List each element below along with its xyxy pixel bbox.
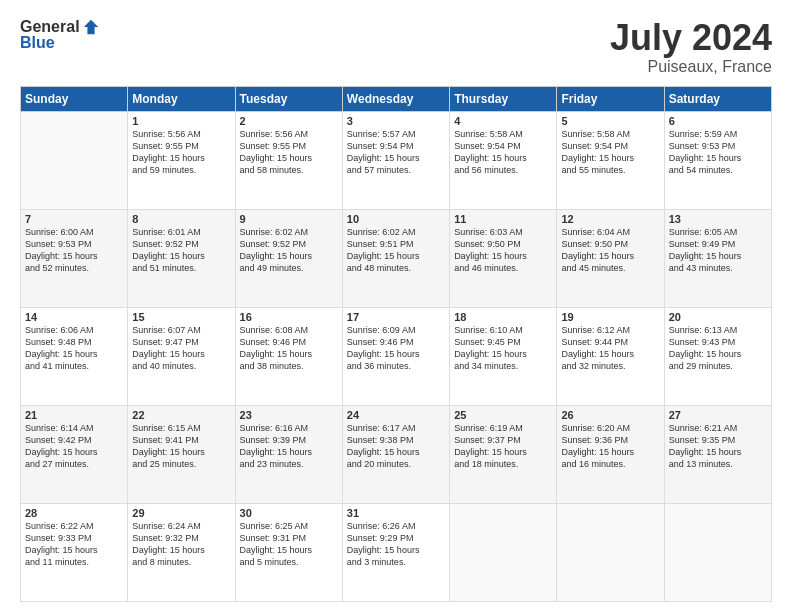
calendar-cell: 7Sunrise: 6:00 AM Sunset: 9:53 PM Daylig… [21,209,128,307]
day-number: 17 [347,311,445,323]
day-number: 14 [25,311,123,323]
day-info: Sunrise: 6:01 AM Sunset: 9:52 PM Dayligh… [132,226,230,275]
day-number: 5 [561,115,659,127]
calendar-cell: 18Sunrise: 6:10 AM Sunset: 9:45 PM Dayli… [450,307,557,405]
calendar-week-row: 7Sunrise: 6:00 AM Sunset: 9:53 PM Daylig… [21,209,772,307]
calendar-cell: 3Sunrise: 5:57 AM Sunset: 9:54 PM Daylig… [342,111,449,209]
calendar-cell: 13Sunrise: 6:05 AM Sunset: 9:49 PM Dayli… [664,209,771,307]
calendar-cell: 15Sunrise: 6:07 AM Sunset: 9:47 PM Dayli… [128,307,235,405]
calendar-cell: 20Sunrise: 6:13 AM Sunset: 9:43 PM Dayli… [664,307,771,405]
day-number: 31 [347,507,445,519]
calendar-cell: 29Sunrise: 6:24 AM Sunset: 9:32 PM Dayli… [128,503,235,601]
day-number: 10 [347,213,445,225]
calendar-cell: 25Sunrise: 6:19 AM Sunset: 9:37 PM Dayli… [450,405,557,503]
day-info: Sunrise: 6:17 AM Sunset: 9:38 PM Dayligh… [347,422,445,471]
day-info: Sunrise: 6:05 AM Sunset: 9:49 PM Dayligh… [669,226,767,275]
calendar-cell: 16Sunrise: 6:08 AM Sunset: 9:46 PM Dayli… [235,307,342,405]
day-number: 29 [132,507,230,519]
calendar-table: SundayMondayTuesdayWednesdayThursdayFrid… [20,86,772,602]
calendar-cell: 2Sunrise: 5:56 AM Sunset: 9:55 PM Daylig… [235,111,342,209]
day-number: 1 [132,115,230,127]
day-number: 19 [561,311,659,323]
day-number: 11 [454,213,552,225]
logo-icon [82,18,100,36]
calendar-cell: 23Sunrise: 6:16 AM Sunset: 9:39 PM Dayli… [235,405,342,503]
calendar-cell: 21Sunrise: 6:14 AM Sunset: 9:42 PM Dayli… [21,405,128,503]
day-number: 9 [240,213,338,225]
main-title: July 2024 [610,18,772,58]
calendar-cell [21,111,128,209]
calendar-day-header: Wednesday [342,86,449,111]
calendar-day-header: Tuesday [235,86,342,111]
day-info: Sunrise: 6:00 AM Sunset: 9:53 PM Dayligh… [25,226,123,275]
day-number: 8 [132,213,230,225]
calendar-cell: 24Sunrise: 6:17 AM Sunset: 9:38 PM Dayli… [342,405,449,503]
day-info: Sunrise: 5:58 AM Sunset: 9:54 PM Dayligh… [454,128,552,177]
calendar-cell: 17Sunrise: 6:09 AM Sunset: 9:46 PM Dayli… [342,307,449,405]
day-number: 3 [347,115,445,127]
day-info: Sunrise: 6:26 AM Sunset: 9:29 PM Dayligh… [347,520,445,569]
day-info: Sunrise: 6:08 AM Sunset: 9:46 PM Dayligh… [240,324,338,373]
calendar-cell [450,503,557,601]
page: General Blue July 2024 Puiseaux, France … [0,0,792,612]
day-number: 26 [561,409,659,421]
calendar-cell: 8Sunrise: 6:01 AM Sunset: 9:52 PM Daylig… [128,209,235,307]
day-info: Sunrise: 6:14 AM Sunset: 9:42 PM Dayligh… [25,422,123,471]
day-number: 2 [240,115,338,127]
day-number: 4 [454,115,552,127]
calendar-cell: 12Sunrise: 6:04 AM Sunset: 9:50 PM Dayli… [557,209,664,307]
day-info: Sunrise: 6:03 AM Sunset: 9:50 PM Dayligh… [454,226,552,275]
calendar-cell: 19Sunrise: 6:12 AM Sunset: 9:44 PM Dayli… [557,307,664,405]
day-info: Sunrise: 6:04 AM Sunset: 9:50 PM Dayligh… [561,226,659,275]
day-number: 24 [347,409,445,421]
day-number: 7 [25,213,123,225]
day-info: Sunrise: 6:02 AM Sunset: 9:52 PM Dayligh… [240,226,338,275]
calendar-week-row: 21Sunrise: 6:14 AM Sunset: 9:42 PM Dayli… [21,405,772,503]
day-number: 30 [240,507,338,519]
day-info: Sunrise: 5:56 AM Sunset: 9:55 PM Dayligh… [132,128,230,177]
day-number: 15 [132,311,230,323]
calendar-cell: 14Sunrise: 6:06 AM Sunset: 9:48 PM Dayli… [21,307,128,405]
day-info: Sunrise: 6:24 AM Sunset: 9:32 PM Dayligh… [132,520,230,569]
day-number: 6 [669,115,767,127]
day-number: 28 [25,507,123,519]
logo-blue-text: Blue [20,34,55,52]
day-info: Sunrise: 6:13 AM Sunset: 9:43 PM Dayligh… [669,324,767,373]
calendar-cell [557,503,664,601]
day-info: Sunrise: 6:06 AM Sunset: 9:48 PM Dayligh… [25,324,123,373]
calendar-cell: 27Sunrise: 6:21 AM Sunset: 9:35 PM Dayli… [664,405,771,503]
day-info: Sunrise: 5:57 AM Sunset: 9:54 PM Dayligh… [347,128,445,177]
day-number: 22 [132,409,230,421]
day-number: 16 [240,311,338,323]
calendar-cell: 26Sunrise: 6:20 AM Sunset: 9:36 PM Dayli… [557,405,664,503]
calendar-day-header: Thursday [450,86,557,111]
day-info: Sunrise: 6:22 AM Sunset: 9:33 PM Dayligh… [25,520,123,569]
calendar-cell: 6Sunrise: 5:59 AM Sunset: 9:53 PM Daylig… [664,111,771,209]
calendar-cell: 4Sunrise: 5:58 AM Sunset: 9:54 PM Daylig… [450,111,557,209]
day-info: Sunrise: 6:10 AM Sunset: 9:45 PM Dayligh… [454,324,552,373]
day-number: 18 [454,311,552,323]
day-number: 12 [561,213,659,225]
day-number: 25 [454,409,552,421]
day-info: Sunrise: 5:59 AM Sunset: 9:53 PM Dayligh… [669,128,767,177]
calendar-cell: 28Sunrise: 6:22 AM Sunset: 9:33 PM Dayli… [21,503,128,601]
day-number: 13 [669,213,767,225]
day-info: Sunrise: 6:15 AM Sunset: 9:41 PM Dayligh… [132,422,230,471]
calendar-cell: 11Sunrise: 6:03 AM Sunset: 9:50 PM Dayli… [450,209,557,307]
day-info: Sunrise: 6:07 AM Sunset: 9:47 PM Dayligh… [132,324,230,373]
day-info: Sunrise: 6:02 AM Sunset: 9:51 PM Dayligh… [347,226,445,275]
calendar-week-row: 14Sunrise: 6:06 AM Sunset: 9:48 PM Dayli… [21,307,772,405]
calendar-week-row: 1Sunrise: 5:56 AM Sunset: 9:55 PM Daylig… [21,111,772,209]
calendar-day-header: Friday [557,86,664,111]
day-number: 23 [240,409,338,421]
day-info: Sunrise: 6:19 AM Sunset: 9:37 PM Dayligh… [454,422,552,471]
calendar-cell: 1Sunrise: 5:56 AM Sunset: 9:55 PM Daylig… [128,111,235,209]
calendar-cell: 31Sunrise: 6:26 AM Sunset: 9:29 PM Dayli… [342,503,449,601]
day-info: Sunrise: 6:16 AM Sunset: 9:39 PM Dayligh… [240,422,338,471]
calendar-cell: 30Sunrise: 6:25 AM Sunset: 9:31 PM Dayli… [235,503,342,601]
day-info: Sunrise: 5:56 AM Sunset: 9:55 PM Dayligh… [240,128,338,177]
day-number: 21 [25,409,123,421]
day-info: Sunrise: 6:21 AM Sunset: 9:35 PM Dayligh… [669,422,767,471]
calendar-day-header: Monday [128,86,235,111]
day-number: 27 [669,409,767,421]
